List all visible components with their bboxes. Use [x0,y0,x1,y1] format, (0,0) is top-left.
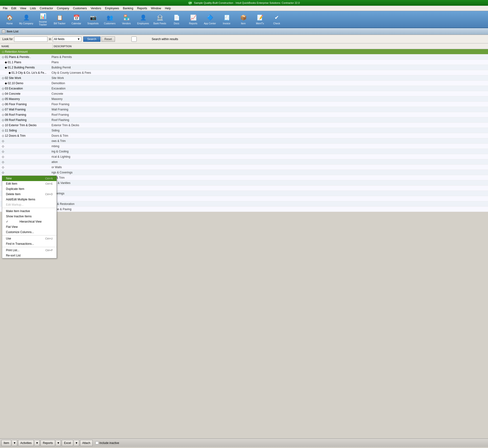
employees-button[interactable]: 👤 Employees [135,12,151,27]
field-dropdown-value: All fields [54,37,65,41]
ctx-duplicate-item[interactable]: Duplicate Item [2,186,56,192]
field-dropdown[interactable]: All fields ▼ [53,37,81,42]
list-item[interactable]: ◇ Coverings [0,191,488,196]
menu-file[interactable]: File [1,6,9,10]
item-toolbar-button[interactable]: 📦 Item [235,12,251,27]
excel-btn-arrow[interactable]: ▼ [74,440,79,446]
list-item[interactable]: ◇ or Walls [0,165,488,170]
my-company-button[interactable]: 👤 My Company [18,12,34,27]
ctx-new[interactable]: New Ctrl+N [2,176,56,181]
list-item[interactable]: ◆ 01.1 Plans Plans [0,60,488,65]
reset-button[interactable]: Reset [101,37,115,42]
list-item[interactable]: ◆ 01.2 Building Permits Building Permit [0,65,488,70]
ctx-show-inactive[interactable]: Show Inactive Items [2,214,56,219]
list-item[interactable]: ◇ [0,186,488,191]
invoice-button[interactable]: 🧾 Invoice [218,12,235,27]
list-item[interactable]: ◇ ing & Cooling [0,149,488,154]
ctx-make-inactive[interactable]: Make Item Inactive [2,208,56,214]
app-center-button[interactable]: 🔷 App Center [202,12,218,27]
income-tracker-button[interactable]: 📊 Income Tracker [35,12,51,27]
ctx-flat-view[interactable]: Flat View [2,224,56,230]
menu-contractor[interactable]: Contractor [38,6,55,10]
list-item[interactable]: ◇ ngs & Coverings [0,170,488,175]
menu-vendors[interactable]: Vendors [89,6,103,10]
activities-btn[interactable]: Activities [18,440,34,446]
list-item[interactable]: ◇ 07 Wall Framing Wall Framing [0,107,488,112]
menu-banking[interactable]: Banking [121,6,135,10]
ctx-delete-item[interactable]: Delete Item Ctrl+D [2,192,56,197]
list-item[interactable]: ◇ ation [0,159,488,165]
list-item[interactable]: ◇ 09 Roof Flashing Roof Flashing [0,117,488,123]
docs-button[interactable]: 📄 Docs [168,12,185,27]
list-item[interactable]: ◇ 10 Exterior Trim & Decks Exterior Trim… [0,123,488,128]
excel-btn[interactable]: Excel [62,440,73,446]
calendar-button[interactable]: 📅 Calendar [68,12,84,27]
search-within-checkbox[interactable] [117,37,151,42]
item-btn-arrow[interactable]: ▼ [12,440,17,446]
list-item[interactable]: ◇ 05 Masonry Masonry [0,96,488,102]
reports-btn[interactable]: Reports [40,440,55,446]
list-item[interactable]: ◇ 04 Concrete Concrete [0,91,488,96]
menu-lists[interactable]: Lists [28,6,38,10]
ctx-edit-item[interactable]: Edit Item Ctrl+E [2,181,56,186]
title-bar: QB Sample Quality-Built Construction - I… [0,0,488,6]
list-item[interactable]: ◇ rical & Lighting [0,154,488,159]
snapshots-button[interactable]: 📷 Snapshots [85,12,101,27]
list-item[interactable]: ◇ 02 Site Work Site Work [0,75,488,81]
list-item[interactable]: ◇ Retention Amount [0,49,488,54]
list-item[interactable]: ◆ 02.10 Demo Demolition [0,81,488,86]
activities-btn-arrow[interactable]: ▼ [35,440,40,446]
menu-help[interactable]: Help [163,6,173,10]
home-button[interactable]: 🏠 Home [1,12,18,27]
list-item[interactable]: ◇ ing [0,196,488,201]
column-separator [52,44,53,48]
bill-tracker-button[interactable]: 📋 Bill Tracker [52,12,68,27]
menu-reports[interactable]: Reports [135,6,149,10]
menu-company[interactable]: Company [55,6,71,10]
ctx-hier-check: ✓ [6,220,8,223]
list-item[interactable]: ◇ scape & Paving [0,207,488,212]
list-item[interactable]: ◇ mbing [0,144,488,149]
col-header-description: DESCRIPTION [54,45,487,48]
search-input[interactable] [14,37,48,42]
list-item[interactable]: ◇ 12 Doors & Trim Doors & Trim [0,133,488,138]
item-btn[interactable]: Item [1,440,11,446]
list-item[interactable]: ◇ 01 Plans & Permits . Plans & Permits [0,54,488,60]
search-button[interactable]: Search [83,37,100,42]
list-item[interactable]: ◆ 01.3 City & Co. Lic's & Fe... City & C… [0,70,488,75]
list-item[interactable]: ◇ nets & Vanities [0,180,488,186]
item-list[interactable]: ◇ Retention Amount ◇ 01 Plans & Permits … [0,49,488,212]
menu-view[interactable]: View [18,6,28,10]
list-item[interactable]: ◇ 08 Roof Framing Roof Framing [0,112,488,117]
ctx-use[interactable]: Use Ctrl+U [2,236,56,241]
ctx-print-list[interactable]: Print List... Ctrl+P [2,248,56,253]
bank-feeds-button[interactable]: 🏦 Bank Feeds [152,12,168,27]
list-item[interactable]: ◇ ows & Trim [0,138,488,144]
customers-button[interactable]: 👥 Customers [102,12,118,27]
ctx-customize-columns[interactable]: Customize Columns... [2,230,56,235]
check-button[interactable]: ✔ Check [269,12,285,27]
list-container: ◇ Retention Amount ◇ 01 Plans & Permits … [0,49,488,439]
list-item[interactable]: ◇ nup & Restoration [0,201,488,207]
menu-window[interactable]: Window [149,6,163,10]
memtx-button[interactable]: 📝 MemTx [252,12,268,27]
include-inactive-checkbox[interactable] [96,441,98,444]
ctx-hierarchical-view[interactable]: ✓ Hierarchical View [2,219,56,224]
list-item[interactable]: ◇ 06 Floor Framing Floor Framing [0,102,488,107]
ctx-add-edit-multiple[interactable]: Add/Edit Multiple Items [2,197,56,202]
ctx-flat-label: Flat View [6,225,18,229]
ctx-find-transactions[interactable]: Find in Transactions... [2,241,56,246]
reports-btn-arrow[interactable]: ▼ [56,440,61,446]
ctx-resort-list[interactable]: Re-sort List [2,253,56,258]
list-item[interactable]: ◇ 03 Excavation Excavation [0,86,488,91]
list-item[interactable]: ◇ ork & Trim [0,175,488,180]
search-within-label: Search within results [152,37,178,41]
menu-customers[interactable]: Customers [71,6,89,10]
reports-button[interactable]: 📈 Reports [185,12,201,27]
attach-btn[interactable]: Attach [80,440,93,446]
menu-edit[interactable]: Edit [9,6,18,10]
list-item[interactable]: ◇ 11 Siding Siding [0,128,488,133]
vendors-button[interactable]: 🏪 Vendors [118,12,135,27]
window-minimize-icon[interactable]: — [2,30,5,33]
menu-employees[interactable]: Employees [103,6,121,10]
